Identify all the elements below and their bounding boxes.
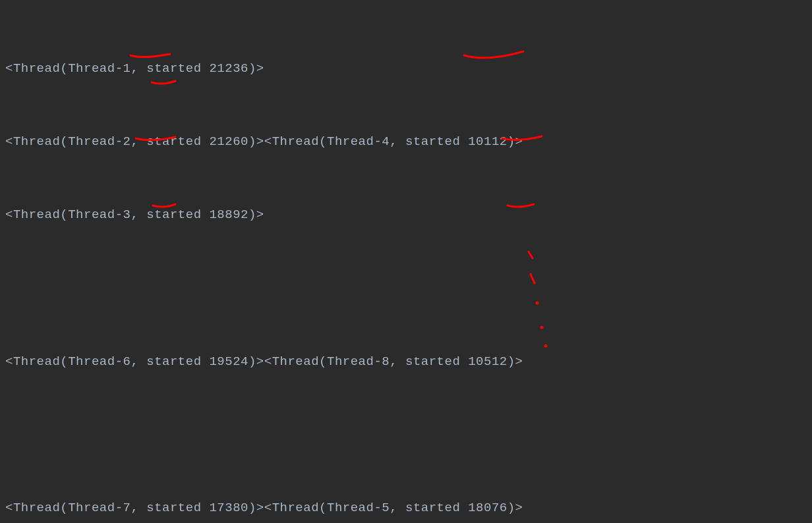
output-line: [5, 423, 807, 447]
output-line: <Thread(Thread-6, started 19524)><Thread…: [5, 350, 807, 374]
output-line: <Thread(Thread-2, started 21260)><Thread…: [5, 130, 807, 154]
terminal-output: <Thread(Thread-1, started 21236)> <Threa…: [5, 8, 807, 523]
output-line: [5, 277, 807, 301]
output-line: <Thread(Thread-3, started 18892)>: [5, 203, 807, 227]
output-line: <Thread(Thread-7, started 17380)><Thread…: [5, 496, 807, 520]
output-line: <Thread(Thread-1, started 21236)>: [5, 57, 807, 81]
